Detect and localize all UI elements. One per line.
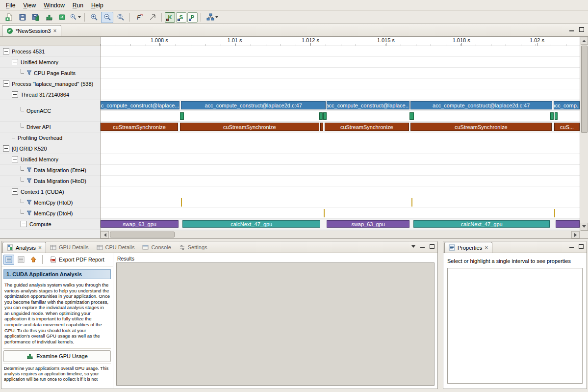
tree-row-unified-memory-gpu[interactable]: Unified Memory — [0, 154, 100, 165]
tree-row-context-1[interactable]: Context 1 (CUDA) — [0, 186, 100, 197]
tree-row-profiling-overhead[interactable]: Profiling Overhead — [0, 132, 100, 143]
tab-gpu-details[interactable]: GPU Details — [46, 242, 93, 253]
scroll-right-button[interactable] — [571, 231, 580, 238]
tree-row-memcpy-htod[interactable]: MemCpy (HtoD) — [0, 197, 100, 208]
horizontal-scroll-track[interactable] — [109, 231, 571, 238]
maximize-icon[interactable] — [430, 244, 435, 249]
openacc-marker[interactable] — [555, 112, 558, 120]
save-session-button[interactable] — [16, 12, 28, 23]
tree-row-memcpy-dtoh[interactable]: MemCpy (DtoH) — [0, 208, 100, 219]
tab-settings[interactable]: Settings — [175, 242, 211, 253]
kernel-interval[interactable] — [556, 220, 580, 228]
menu-view[interactable]: View — [19, 0, 40, 10]
session-tab[interactable]: *NewSession3 — [2, 25, 61, 36]
driver-interval[interactable] — [320, 123, 323, 131]
collapse-icon[interactable] — [3, 80, 9, 87]
scroll-left-button[interactable] — [101, 231, 109, 238]
save-timeline-button[interactable] — [29, 12, 42, 23]
tree-row-data-migration-htod[interactable]: Data Migration (HtoD) — [0, 176, 100, 186]
kernel-toggle-button[interactable]: K — [165, 12, 175, 23]
openacc-marker[interactable] — [409, 112, 414, 120]
horizontal-scroll-thumb[interactable] — [110, 232, 175, 237]
minimize-icon[interactable] — [569, 27, 574, 32]
openacc-interval[interactable]: acc_compute_construct@laplace... — [327, 101, 409, 109]
menu-help[interactable]: Help — [87, 0, 107, 10]
openacc-interval[interactable]: acc_compute_construct@laplace2d.c:47 — [181, 101, 326, 109]
examine-gpu-usage-button[interactable]: Examine GPU Usage — [3, 350, 111, 362]
kernel-interval[interactable]: swap_63_gpu — [327, 220, 409, 228]
prev-range-button[interactable]: F — [133, 12, 145, 23]
openacc-interval[interactable]: c_compute_construct@laplace... — [101, 101, 179, 109]
guided-analysis-button[interactable] — [3, 255, 14, 265]
tab-cpu-details[interactable]: CPU Details — [93, 242, 139, 253]
maximize-icon[interactable] — [579, 244, 584, 249]
memcpy-interval[interactable] — [411, 198, 412, 207]
back-up-button[interactable] — [28, 255, 39, 265]
driver-interval[interactable]: cuStreamSynchronize — [101, 123, 178, 131]
unguided-analysis-button[interactable] — [16, 255, 26, 265]
tree-row-thread[interactable]: Thread 3172140864 — [0, 89, 100, 100]
kernel-interval[interactable]: swap_63_gpu — [101, 220, 179, 228]
collapse-icon[interactable] — [12, 188, 18, 195]
memcpy-interval[interactable] — [181, 198, 182, 207]
tree-row-driver-api[interactable]: Driver API — [0, 122, 100, 132]
maximize-icon[interactable] — [579, 27, 584, 32]
driver-interval[interactable]: cuS... — [554, 123, 580, 131]
collapse-icon[interactable] — [3, 145, 9, 152]
openacc-marker[interactable] — [180, 112, 184, 120]
scroll-up-button[interactable] — [581, 37, 588, 45]
memcpy-interval[interactable] — [554, 209, 555, 217]
tree-row-process-laplace[interactable]: Process "laplace_managed" (538) — [0, 78, 100, 89]
menu-run[interactable]: Run — [69, 0, 87, 10]
driver-interval[interactable]: cuStreamSynchronize — [410, 123, 552, 131]
collapse-icon[interactable] — [3, 48, 9, 54]
export-button[interactable] — [56, 12, 68, 23]
openacc-marker[interactable] — [319, 112, 322, 120]
driver-interval[interactable]: cuStreamSynchronize — [325, 123, 409, 131]
search-settings-button[interactable] — [69, 12, 81, 23]
menu-window[interactable]: Window — [40, 0, 69, 10]
memcpy-interval[interactable] — [324, 209, 325, 217]
tab-close-icon[interactable] — [38, 245, 42, 251]
minimize-icon[interactable] — [569, 244, 574, 249]
tab-console[interactable]: Console — [138, 242, 175, 253]
zoom-out-button[interactable] — [101, 12, 113, 23]
tree-row-process-4531[interactable]: Process 4531 — [0, 46, 100, 57]
vertical-scroll-thumb[interactable] — [581, 46, 588, 133]
collapse-icon[interactable] — [21, 221, 27, 227]
tab-analysis[interactable]: Analysis — [2, 242, 46, 253]
vertical-scrollbar[interactable] — [580, 37, 588, 231]
session-tab-close-icon[interactable] — [53, 28, 57, 34]
export-pdf-button[interactable]: Export PDF Report — [46, 254, 108, 265]
zoom-in-button[interactable] — [88, 12, 100, 23]
tree-row-data-migration-dtoh[interactable]: Data Migration (DtoH) — [0, 165, 100, 176]
process-toggle-button[interactable]: P — [187, 12, 198, 23]
tree-row-compute[interactable]: Compute — [0, 219, 100, 230]
openacc-interval[interactable]: acc_compute_construct@laplace2d.c:47 — [410, 101, 552, 109]
kernel-interval[interactable]: calcNext_47_gpu — [182, 220, 320, 228]
stream-toggle-button[interactable]: S — [176, 12, 186, 23]
collapse-icon[interactable] — [12, 156, 18, 162]
openacc-marker[interactable] — [550, 112, 553, 120]
openacc-interval[interactable]: acc_comp... — [554, 101, 580, 109]
collapse-icon[interactable] — [12, 91, 18, 98]
menu-file[interactable]: File — [2, 0, 19, 10]
minimize-icon[interactable] — [420, 244, 425, 249]
analysis-flow-button[interactable] — [204, 12, 221, 23]
tree-row-cpu-page-faults[interactable]: CPU Page Faults — [0, 68, 100, 78]
horizontal-scrollbar[interactable] — [101, 231, 588, 238]
collapse-icon[interactable] — [12, 59, 18, 65]
tree-row-unified-memory[interactable]: Unified Memory — [0, 57, 100, 68]
tab-close-icon[interactable] — [485, 245, 488, 251]
openacc-marker[interactable] — [323, 112, 326, 120]
kernel-interval[interactable]: calcNext_47_gpu — [413, 220, 550, 228]
profile-application-button[interactable] — [43, 12, 55, 23]
tree-row-grid-k520[interactable]: [0] GRID K520 — [0, 143, 100, 154]
next-range-button[interactable] — [146, 12, 158, 23]
new-session-button[interactable] — [3, 12, 15, 23]
view-menu-icon[interactable] — [411, 245, 415, 248]
scroll-down-button[interactable] — [581, 223, 588, 231]
driver-interval[interactable]: cuStreamSynchronize — [180, 123, 319, 131]
tab-properties[interactable]: Properties — [444, 242, 492, 253]
tree-row-openacc[interactable]: OpenACC — [0, 100, 100, 122]
